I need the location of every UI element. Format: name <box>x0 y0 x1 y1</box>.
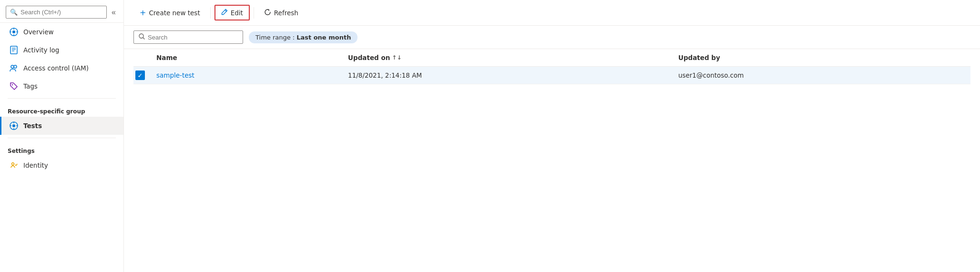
th-updated-by: Updated by <box>673 49 970 67</box>
svg-point-10 <box>11 65 14 68</box>
edit-btn-label: Edit <box>231 9 243 17</box>
resource-section-label: Resource-specific group <box>0 101 123 117</box>
refresh-btn-label: Refresh <box>274 9 298 17</box>
plus-icon: + <box>140 8 146 17</box>
toolbar-divider-2 <box>254 7 254 19</box>
check-icon: ✓ <box>138 72 143 79</box>
th-checkbox <box>133 49 151 67</box>
th-updated-on[interactable]: Updated on ↑↓ <box>342 49 673 67</box>
sidebar-item-activity-log[interactable]: Activity log <box>0 41 123 59</box>
table-header-row: Name Updated on ↑↓ Updated by <box>133 49 970 67</box>
sidebar-search-row: 🔍 « <box>0 2 123 23</box>
svg-point-19 <box>12 163 14 165</box>
create-btn-label: Create new test <box>149 9 200 17</box>
settings-section-label: Settings <box>0 141 123 156</box>
svg-point-11 <box>14 65 17 68</box>
tests-icon <box>9 121 19 131</box>
iam-icon <box>9 63 19 73</box>
table-row[interactable]: ✓ sample-test 11/8/2021, 2:14:18 AM user… <box>133 67 970 84</box>
svg-point-14 <box>12 124 15 127</box>
toolbar-divider <box>210 7 211 19</box>
sidebar-search-icon: 🔍 <box>10 9 18 16</box>
row-name-link[interactable]: sample-test <box>156 71 194 79</box>
row-name-cell: sample-test <box>151 67 342 84</box>
sidebar-item-label-overview: Overview <box>23 28 54 36</box>
row-updated-on-cell: 11/8/2021, 2:14:18 AM <box>342 67 673 84</box>
time-range-value: Last one month <box>296 34 351 41</box>
search-box[interactable] <box>133 30 243 44</box>
row-checkbox[interactable]: ✓ <box>135 71 145 80</box>
edit-button[interactable]: Edit <box>214 5 250 20</box>
main-content: + Create new test Edit Refresh <box>124 0 980 272</box>
sidebar-item-label-iam: Access control (IAM) <box>23 64 89 72</box>
sidebar-item-identity[interactable]: Identity <box>0 156 123 174</box>
activity-log-icon <box>9 45 19 55</box>
svg-rect-6 <box>10 46 17 54</box>
refresh-button[interactable]: Refresh <box>258 5 305 20</box>
time-range-label: Time range <box>255 34 291 41</box>
time-range-colon: : <box>293 34 295 41</box>
sort-icon: ↑↓ <box>392 54 401 61</box>
create-new-test-button[interactable]: + Create new test <box>133 5 206 20</box>
sidebar: 🔍 « Overview Acti <box>0 0 124 272</box>
sidebar-search-box[interactable]: 🔍 <box>6 6 107 19</box>
sidebar-item-tags[interactable]: Tags <box>0 77 123 95</box>
sidebar-search-input[interactable] <box>20 9 102 16</box>
sidebar-item-label-activity: Activity log <box>23 46 59 54</box>
sidebar-item-iam[interactable]: Access control (IAM) <box>0 59 123 77</box>
sidebar-item-overview[interactable]: Overview <box>0 23 123 41</box>
sidebar-item-tests[interactable]: Tests <box>0 117 123 135</box>
search-icon <box>139 33 145 41</box>
table-container: Name Updated on ↑↓ Updated by <box>124 49 980 272</box>
th-name: Name <box>151 49 342 67</box>
row-updated-by-cell: user1@contoso.com <box>673 67 970 84</box>
overview-icon <box>9 27 19 37</box>
search-input[interactable] <box>148 34 238 41</box>
identity-icon <box>9 161 19 170</box>
time-range-badge[interactable]: Time range : Last one month <box>249 31 357 43</box>
svg-point-1 <box>12 30 15 33</box>
svg-line-22 <box>143 38 144 39</box>
refresh-icon <box>264 9 271 17</box>
tags-icon <box>9 81 19 91</box>
sidebar-item-label-tests: Tests <box>23 122 42 130</box>
settings-section-divider <box>8 138 116 138</box>
sidebar-collapse-button[interactable]: « <box>110 6 118 19</box>
row-checkbox-cell[interactable]: ✓ <box>133 67 151 84</box>
tests-table: Name Updated on ↑↓ Updated by <box>133 49 970 84</box>
filter-bar: Time range : Last one month <box>124 26 980 49</box>
sidebar-item-label-identity: Identity <box>23 161 48 169</box>
svg-point-12 <box>12 84 13 85</box>
pencil-icon <box>221 9 228 17</box>
toolbar: + Create new test Edit Refresh <box>124 0 980 26</box>
sidebar-item-label-tags: Tags <box>23 82 38 90</box>
resource-section-divider <box>8 98 116 99</box>
